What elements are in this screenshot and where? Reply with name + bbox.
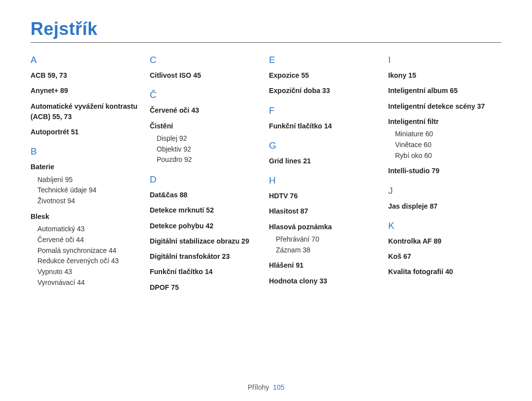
index-subentry[interactable]: Červené oči 44 [37, 235, 144, 246]
index-columns: A ACB 59, 73 Anynet+ 89 Automatické vyvá… [31, 55, 501, 293]
index-subentry[interactable]: Technické údaje 94 [37, 185, 144, 196]
letter-heading: I [388, 55, 501, 65]
letter-heading: E [269, 55, 382, 65]
index-subentry[interactable]: Vinětace 60 [395, 140, 501, 151]
index-entry[interactable]: Grid lines 21 [269, 156, 382, 166]
index-entry[interactable]: Červené oči 43 [150, 105, 263, 116]
index-sublist: Miniature 60 Vinětace 60 Rybí oko 60 [388, 129, 501, 161]
index-entry[interactable]: Ikony 15 [388, 70, 501, 81]
index-entry[interactable]: Anynet+ 89 [31, 86, 144, 96]
index-entry[interactable]: Autoportrét 51 [31, 127, 144, 137]
index-entry: Baterie [31, 162, 144, 172]
letter-heading: D [150, 174, 263, 185]
index-subentry[interactable]: Displej 92 [157, 133, 263, 144]
index-subentry[interactable]: Životnost 94 [37, 196, 144, 207]
index-entry[interactable]: Automatické vyvážení kontrastu (ACB) 55,… [31, 101, 144, 123]
index-sublist: Nabíjení 95 Technické údaje 94 Životnost… [31, 175, 144, 207]
index-entry[interactable]: Digitální stabilizace obrazu 29 [150, 236, 263, 247]
footer-page-number: 105 [273, 383, 284, 391]
index-subentry[interactable]: Rybí oko 60 [395, 151, 501, 161]
index-subentry[interactable]: Nabíjení 95 [37, 175, 144, 185]
index-entry: Hlasová poznámka [269, 222, 382, 232]
index-sublist: Displej 92 Objektiv 92 Pouzdro 92 [150, 133, 263, 165]
index-entry[interactable]: Hodnota clony 33 [269, 276, 382, 286]
index-subentry[interactable]: Přehrávání 70 [276, 234, 382, 245]
index-entry[interactable]: Hlasitost 87 [269, 206, 382, 216]
letter-heading: B [31, 146, 144, 157]
letter-heading: G [269, 140, 382, 151]
index-entry[interactable]: Kontrolka AF 89 [388, 236, 501, 247]
index-entry[interactable]: Detekce mrknutí 52 [150, 205, 263, 216]
letter-heading: K [388, 220, 501, 231]
index-subentry[interactable]: Vypnuto 43 [37, 267, 144, 278]
index-entry[interactable]: Citlivost ISO 45 [150, 70, 263, 81]
index-entry[interactable]: Hlášení 91 [269, 260, 382, 271]
index-subentry[interactable]: Automatický 43 [37, 224, 144, 235]
index-entry[interactable]: Dat&čas 88 [150, 190, 263, 200]
letter-heading: J [388, 185, 501, 196]
index-entry[interactable]: Koš 67 [388, 251, 501, 262]
index-entry[interactable]: ACB 59, 73 [31, 70, 144, 81]
index-sublist: Přehrávání 70 Záznam 38 [269, 234, 382, 255]
index-subentry[interactable]: Redukce červených očí 43 [37, 256, 144, 267]
index-col-1: A ACB 59, 73 Anynet+ 89 Automatické vyvá… [31, 55, 144, 293]
index-entry[interactable]: Expozice 55 [269, 70, 382, 81]
index-col-2: C Citlivost ISO 45 Č Červené oči 43 Čist… [150, 55, 263, 293]
index-sublist: Automatický 43 Červené oči 44 Pomalá syn… [31, 224, 144, 288]
index-subentry[interactable]: Pouzdro 92 [157, 154, 263, 165]
index-entry[interactable]: Kvalita fotografií 40 [388, 267, 501, 277]
index-entry[interactable]: Jas displeje 87 [388, 201, 501, 212]
page-title: Rejstřík [31, 19, 501, 39]
letter-heading: Č [150, 90, 263, 100]
index-entry[interactable]: Funkční tlačítko 14 [150, 267, 263, 277]
index-col-4: I Ikony 15 Inteligentní album 65 Intelig… [388, 55, 501, 293]
index-entry: Čistění [150, 121, 263, 131]
index-entry: Inteligentní filtr [388, 117, 501, 127]
index-entry[interactable]: DPOF 75 [150, 282, 263, 293]
footer-label: Přílohy [248, 383, 269, 391]
index-subentry[interactable]: Vyrovnávací 44 [37, 278, 144, 288]
index-col-3: E Expozice 55 Expoziční doba 33 F Funkčn… [269, 55, 382, 293]
index-subentry[interactable]: Objektiv 92 [157, 144, 263, 155]
index-subentry[interactable]: Záznam 38 [276, 245, 382, 256]
index-entry[interactable]: Digitální transfokátor 23 [150, 251, 263, 262]
index-subentry[interactable]: Miniature 60 [395, 129, 501, 140]
letter-heading: F [269, 105, 382, 116]
index-entry[interactable]: Inteligentní album 65 [388, 86, 501, 96]
letter-heading: H [269, 175, 382, 186]
letter-heading: C [150, 55, 263, 65]
index-page: Rejstřík A ACB 59, 73 Anynet+ 89 Automat… [0, 0, 532, 401]
title-rule [31, 42, 501, 43]
letter-heading: A [31, 55, 144, 65]
index-entry[interactable]: Intelli-studio 79 [388, 166, 501, 176]
page-footer: Přílohy 105 [0, 383, 532, 391]
index-subentry[interactable]: Pomalá synchronizace 44 [37, 246, 144, 256]
index-entry[interactable]: Funkční tlačítko 14 [269, 121, 382, 131]
index-entry[interactable]: Expoziční doba 33 [269, 86, 382, 96]
index-entry[interactable]: Inteligentní detekce scény 37 [388, 101, 501, 112]
index-entry: Blesk [31, 212, 144, 222]
index-entry[interactable]: HDTV 76 [269, 191, 382, 201]
index-entry[interactable]: Detekce pohybu 42 [150, 221, 263, 231]
